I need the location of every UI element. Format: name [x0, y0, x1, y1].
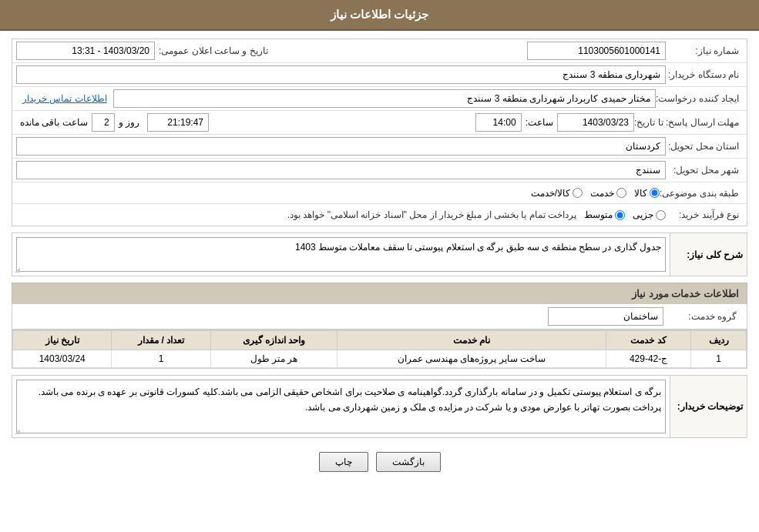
- buyer-notes-value: برگه ی استعلام پیوستی تکمیل و در سامانه …: [16, 380, 666, 433]
- buyer-notes-label: توضیحات خریدار:: [670, 376, 747, 437]
- purchase-type-option-jozi[interactable]: جزیی: [633, 209, 666, 220]
- category-radio-kala-khedmat[interactable]: [573, 188, 583, 198]
- col-header-service-code: کد خدمت: [606, 331, 691, 350]
- buyer-notes-value-container: برگه ی استعلام پیوستی تکمیل و در سامانه …: [12, 376, 670, 437]
- col-header-date: تاریخ نیاز: [13, 331, 112, 350]
- cell-row-num: 1: [691, 350, 747, 368]
- back-button[interactable]: بازگشت: [376, 452, 441, 472]
- creator-label: ایجاد کننده درخواست:: [656, 93, 743, 104]
- cell-service-code: ج-42-429: [606, 350, 691, 368]
- service-group-value: ساختمان: [548, 307, 663, 326]
- need-number-label: شماره نیاز:: [666, 45, 743, 56]
- category-radio-khedmat[interactable]: [616, 188, 626, 198]
- need-description-value: جدول گذاری در سطح منطقه ی سه طبق برگه ی …: [16, 237, 666, 272]
- buttons-row: بازگشت چاپ: [12, 444, 747, 480]
- announcement-datetime-label: تاریخ و ساعت اعلان عمومی:: [155, 45, 272, 56]
- purchase-type-radio-jozi[interactable]: [656, 210, 666, 220]
- content-area: شماره نیاز: 1103005601000141 تاریخ و ساع…: [0, 31, 759, 487]
- col-header-quantity: تعداد / مقدار: [112, 331, 210, 350]
- cell-service-name: ساخت سایر پروژه‌های مهندسی عمران: [338, 350, 606, 368]
- buyer-org-label: نام دستگاه خریدار:: [666, 69, 743, 80]
- deadline-days-label: روز و: [115, 117, 143, 128]
- print-button[interactable]: چاپ: [319, 452, 368, 472]
- purchase-type-option-motavaset[interactable]: متوسط: [584, 209, 625, 220]
- col-header-service-name: نام خدمت: [338, 331, 606, 350]
- category-label-khedmat: خدمت: [590, 188, 614, 199]
- purchase-type-radio-motavaset[interactable]: [615, 210, 625, 220]
- page-header: جزئیات اطلاعات نیاز: [0, 0, 759, 31]
- category-radio-kala[interactable]: [650, 188, 660, 198]
- category-option-khedmat[interactable]: خدمت: [590, 188, 626, 199]
- col-header-row-num: ردیف: [691, 331, 747, 350]
- creator-value: مختار حمیدی کاربردار شهرداری منطقه 3 سنن…: [113, 89, 656, 108]
- province-value: کردستان: [16, 137, 666, 156]
- category-label-kala-khedmat: کالا/خدمت: [531, 188, 570, 199]
- services-table: ردیف کد خدمت نام خدمت واحد اندازه گیری ت…: [12, 330, 747, 368]
- main-form-section: شماره نیاز: 1103005601000141 تاریخ و ساع…: [12, 38, 747, 226]
- purchase-notice: پرداخت تمام یا بخشی از مبلغ خریدار از مح…: [16, 209, 584, 220]
- cell-quantity: 1: [112, 350, 210, 368]
- cell-unit: هر متر طول: [210, 350, 337, 368]
- resize-icon: ◢: [15, 266, 20, 273]
- deadline-time: 14:00: [475, 113, 522, 132]
- need-number-value: 1103005601000141: [527, 42, 666, 60]
- row-need-number: شماره نیاز: 1103005601000141 تاریخ و ساع…: [12, 39, 747, 63]
- purchase-type-label: نوع فرآیند خرید:: [666, 209, 743, 220]
- row-city: شهر محل تحویل: سنندج: [12, 159, 747, 182]
- row-purchase-type: نوع فرآیند خرید: متوسط جزیی پرداخت تمام …: [12, 204, 747, 226]
- resize-icon-notes: ◢: [15, 427, 20, 435]
- row-province: استان محل تحویل: کردستان: [12, 135, 747, 159]
- category-radio-group: کالا/خدمت خدمت کالا: [531, 188, 660, 199]
- category-label-kala: کالا: [634, 188, 647, 199]
- category-label: طبقه بندی موضوعی:: [660, 188, 743, 199]
- deadline-remaining-time: 21:19:47: [147, 113, 209, 132]
- category-option-kala[interactable]: کالا: [634, 188, 660, 199]
- contact-link[interactable]: اطلاعات تماس خریدار: [16, 93, 113, 104]
- row-creator: ایجاد کننده درخواست: مختار حمیدی کاربردا…: [12, 87, 747, 111]
- row-category: طبقه بندی موضوعی: کالا/خدمت خدمت کالا: [12, 182, 747, 204]
- deadline-date: 1403/03/23: [557, 113, 634, 132]
- services-title: اطلاعات خدمات مورد نیاز: [12, 283, 747, 304]
- purchase-type-label-jozi: جزیی: [633, 209, 653, 220]
- deadline-days: 2: [92, 113, 115, 132]
- services-table-section: ردیف کد خدمت نام خدمت واحد اندازه گیری ت…: [12, 330, 747, 369]
- category-option-kala-khedmat[interactable]: کالا/خدمت: [531, 188, 583, 199]
- row-buyer-org: نام دستگاه خریدار: شهرداری منطقه 3 سنندج: [12, 63, 747, 87]
- buyer-notes-section: توضیحات خریدار: برگه ی استعلام پیوستی تک…: [12, 375, 747, 438]
- purchase-type-label-motavaset: متوسط: [584, 209, 613, 220]
- need-description-label: شرح کلی نیاز:: [670, 233, 747, 276]
- table-header-row: ردیف کد خدمت نام خدمت واحد اندازه گیری ت…: [13, 331, 747, 350]
- page-wrapper: جزئیات اطلاعات نیاز شماره نیاز: 11030056…: [0, 0, 759, 532]
- service-group-label: گروه خدمت:: [663, 311, 741, 322]
- need-description-section: شرح کلی نیاز: جدول گذاری در سطح منطقه ی …: [12, 233, 747, 276]
- cell-date: 1403/03/24: [13, 350, 112, 368]
- announcement-datetime-value: 1403/03/20 - 13:31: [16, 42, 155, 60]
- service-group-row: گروه خدمت: ساختمان: [12, 304, 747, 330]
- deadline-remaining-label: ساعت باقی مانده: [16, 117, 92, 128]
- purchase-type-radio-group: متوسط جزیی: [584, 209, 666, 220]
- deadline-time-label: ساعت:: [522, 117, 557, 128]
- col-header-unit: واحد اندازه گیری: [210, 331, 337, 350]
- need-description-value-container: جدول گذاری در سطح منطقه ی سه طبق برگه ی …: [12, 233, 670, 276]
- page-title: جزئیات اطلاعات نیاز: [331, 8, 428, 21]
- city-value: سنندج: [16, 161, 666, 179]
- table-row: 1 ج-42-429 ساخت سایر پروژه‌های مهندسی عم…: [13, 350, 747, 368]
- row-deadline: مهلت ارسال پاسخ: تا تاریخ: 1403/03/23 سا…: [12, 111, 747, 135]
- buyer-org-value: شهرداری منطقه 3 سنندج: [16, 65, 666, 84]
- deadline-label: مهلت ارسال پاسخ: تا تاریخ:: [634, 117, 743, 128]
- province-label: استان محل تحویل:: [666, 141, 743, 152]
- city-label: شهر محل تحویل:: [666, 165, 743, 176]
